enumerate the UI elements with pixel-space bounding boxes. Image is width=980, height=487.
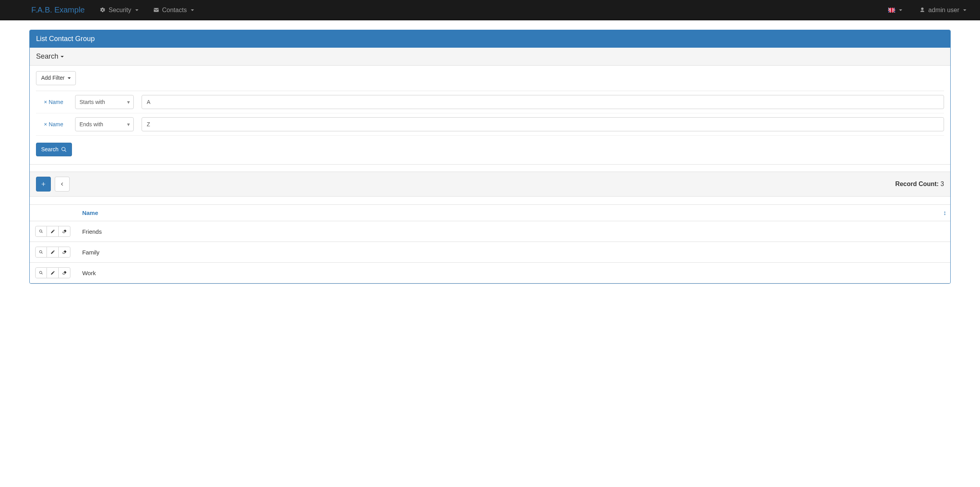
cell-name: Family (77, 242, 950, 263)
panel-title: List Contact Group (30, 30, 950, 48)
row-actions (35, 247, 70, 258)
nav-user-label: admin user (928, 7, 959, 14)
filter-value-input[interactable] (142, 117, 944, 131)
caret-down-icon (963, 9, 966, 11)
edit-icon (50, 250, 55, 254)
gears-icon (100, 7, 106, 13)
add-filter-button[interactable]: Add Filter (36, 71, 76, 85)
record-count: Record Count: 3 (895, 181, 944, 188)
caret-down-icon (135, 9, 138, 11)
nav-contacts[interactable]: Contacts (147, 0, 200, 20)
search-icon (61, 147, 67, 152)
row-actions (35, 226, 70, 237)
edit-icon (50, 229, 55, 234)
search-icon (39, 229, 43, 234)
search-toggle[interactable]: Search (30, 48, 950, 66)
remove-icon: × (44, 121, 47, 127)
nav-contacts-label: Contacts (162, 7, 187, 14)
filter-op-select[interactable]: Starts with ▾ (75, 95, 134, 109)
col-actions (30, 205, 77, 221)
brand-link[interactable]: F.A.B. Example (8, 5, 91, 14)
edit-button[interactable] (47, 267, 59, 278)
remove-icon: × (44, 99, 47, 105)
table-row: Work (30, 263, 950, 283)
main-container: List Contact Group Search Add Filter × N… (29, 30, 951, 284)
search-icon (39, 250, 43, 254)
search-button-label: Search (41, 146, 58, 154)
filter-field-label: Name (48, 99, 63, 105)
record-count-label: Record Count: (895, 181, 939, 187)
record-count-value: 3 (941, 181, 944, 187)
filter-row: × Name Starts with ▾ (36, 91, 944, 113)
list-toolbar: Record Count: 3 (30, 172, 950, 197)
delete-button[interactable] (59, 226, 70, 237)
filter-op-select[interactable]: Ends with ▾ (75, 117, 134, 131)
nav-language[interactable] (882, 0, 908, 20)
sort-icon[interactable]: ↕ (943, 209, 946, 217)
eraser-icon (62, 270, 67, 275)
arrow-left-icon (59, 181, 65, 187)
user-icon (919, 7, 925, 13)
search-body: Add Filter × Name Starts with ▾ × (30, 66, 950, 165)
view-button[interactable] (35, 267, 47, 278)
search-icon (39, 270, 43, 275)
filter-value-input[interactable] (142, 95, 944, 109)
eraser-icon (62, 250, 67, 254)
nav-security-label: Security (109, 7, 131, 14)
delete-button[interactable] (59, 247, 70, 258)
nav-user[interactable]: admin user (914, 0, 972, 20)
filter-op-value: Starts with (79, 99, 105, 105)
filter-row: × Name Ends with ▾ (36, 113, 944, 136)
remove-filter-link[interactable]: × Name (36, 99, 67, 105)
edit-button[interactable] (47, 226, 59, 237)
row-actions (35, 267, 70, 278)
flag-uk-icon (888, 8, 895, 13)
delete-button[interactable] (59, 267, 70, 278)
navbar: F.A.B. Example Security Contacts admin u… (0, 0, 980, 20)
edit-button[interactable] (47, 247, 59, 258)
filter-op-value: Ends with (79, 121, 103, 127)
nav-security[interactable]: Security (94, 0, 144, 20)
add-filter-label: Add Filter (41, 74, 65, 82)
edit-icon (50, 270, 55, 275)
back-button[interactable] (55, 177, 70, 192)
col-name: Name ↕ (77, 205, 950, 221)
panel: List Contact Group Search Add Filter × N… (29, 30, 951, 284)
caret-down-icon (899, 9, 902, 11)
eraser-icon (62, 229, 67, 234)
caret-down-icon (68, 77, 71, 79)
view-button[interactable] (35, 247, 47, 258)
envelope-icon (153, 7, 159, 13)
cell-name: Friends (77, 221, 950, 242)
caret-down-icon (191, 9, 194, 11)
cell-name: Work (77, 263, 950, 283)
search-header-label: Search (36, 52, 58, 61)
caret-down-icon (61, 56, 64, 57)
filter-field-label: Name (48, 121, 63, 127)
view-button[interactable] (35, 226, 47, 237)
plus-icon (41, 181, 46, 187)
remove-filter-link[interactable]: × Name (36, 121, 67, 127)
table-row: Family (30, 242, 950, 263)
add-record-button[interactable] (36, 177, 51, 192)
col-name-sort[interactable]: Name (82, 209, 98, 216)
table-row: Friends (30, 221, 950, 242)
search-button[interactable]: Search (36, 143, 72, 157)
results-table: Name ↕ Friends (30, 204, 950, 283)
